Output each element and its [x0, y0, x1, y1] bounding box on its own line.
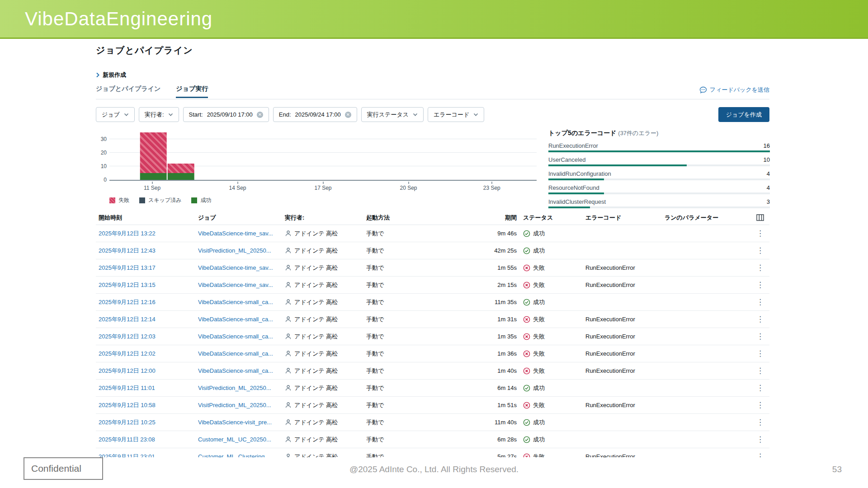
run-start-time-link[interactable]: 2025年9月12日 12:03 [96, 333, 198, 341]
status-fail-icon [523, 350, 530, 357]
person-icon [285, 247, 292, 254]
run-job-link[interactable]: VibeDataScience-time_sav... [198, 230, 285, 237]
run-start-time-link[interactable]: 2025年9月12日 13:15 [96, 281, 198, 289]
run-start-time-link[interactable]: 2025年9月12日 12:00 [96, 367, 198, 375]
run-job-link[interactable]: VibeDataScience-small_ca... [198, 350, 285, 357]
run-job-link[interactable]: VisitPrediction_ML_20250... [198, 247, 285, 254]
kebab-menu-icon[interactable]: ⋮ [756, 315, 764, 323]
top-errors-list: RunExecutionError16UserCanceled10Invalid… [548, 142, 770, 208]
kebab-menu-icon[interactable]: ⋮ [756, 298, 764, 306]
kebab-menu-icon[interactable]: ⋮ [756, 384, 764, 392]
run-status: 成功 [518, 384, 585, 392]
run-start-time-link[interactable]: 2025年9月11日 23:08 [96, 436, 198, 444]
run-start-time-link[interactable]: 2025年9月12日 13:17 [96, 264, 198, 272]
run-error-code: RunExecutionError [585, 333, 665, 340]
run-error-code: RunExecutionError [585, 367, 665, 374]
filter-dropdown-0[interactable]: ジョブ [96, 107, 135, 122]
filter-dropdown-5[interactable]: エラーコード [428, 107, 484, 122]
run-trigger: 手動で [366, 418, 443, 427]
kebab-menu-icon[interactable]: ⋮ [756, 436, 764, 443]
run-job-link[interactable]: VibeDataScience-small_ca... [198, 333, 285, 340]
tab-job-runs[interactable]: ジョブ実行 [176, 85, 208, 98]
bar-segment-fail [140, 132, 167, 173]
error-code-line: UserCanceled10 [548, 156, 770, 163]
run-actor: アドインテ 高松 [285, 264, 366, 272]
kebab-menu-icon[interactable]: ⋮ [756, 333, 764, 340]
filter-start-date[interactable]: Start:2025/09/10 17:00✕ [183, 107, 269, 122]
tab-jobs-pipelines[interactable]: ジョブとパイプライン [96, 85, 160, 98]
run-status: 成功 [518, 418, 585, 427]
run-job-link[interactable]: VisitPrediction_ML_20250... [198, 402, 285, 408]
chart-legend: 失敗スキップ済み成功 [109, 197, 537, 204]
run-actor: アドインテ 高松 [285, 401, 366, 409]
status-success-icon [523, 247, 530, 254]
run-start-time-link[interactable]: 2025年9月12日 12:43 [96, 247, 198, 255]
chart-x-tick [152, 182, 153, 184]
run-job-link[interactable]: Customer_ML_Clustering... [198, 453, 285, 457]
kebab-menu-icon[interactable]: ⋮ [756, 350, 764, 357]
run-start-time-link[interactable]: 2025年9月12日 13:22 [96, 230, 198, 238]
run-status: 成功 [518, 436, 585, 444]
table-row: 2025年9月12日 10:25VibeDataScience-visit_pr… [96, 414, 769, 431]
run-job-link[interactable]: Customer_ML_UC_20250... [198, 436, 285, 443]
filter-label: 実行ステータス [367, 111, 409, 119]
create-job-button[interactable]: ジョブを作成 [718, 107, 769, 122]
chevron-down-icon [124, 113, 129, 116]
clear-filter-icon[interactable]: ✕ [345, 112, 351, 118]
run-start-time-link[interactable]: 2025年9月12日 10:25 [96, 418, 198, 427]
kebab-menu-icon[interactable]: ⋮ [756, 230, 764, 237]
bar-segment-fail [168, 164, 194, 173]
run-status-label: 成功 [533, 436, 545, 444]
kebab-menu-icon[interactable]: ⋮ [756, 247, 764, 254]
status-fail-icon [523, 367, 530, 375]
filter-dropdown-4[interactable]: 実行ステータス [361, 107, 424, 122]
table-row: 2025年9月12日 12:00VibeDataScience-small_ca… [96, 362, 769, 380]
run-start-time-link[interactable]: 2025年9月12日 12:02 [96, 350, 198, 358]
run-job-link[interactable]: VibeDataScience-small_ca... [198, 316, 285, 323]
run-actor-name: アドインテ 高松 [294, 350, 338, 358]
error-code-bar-fill [548, 164, 687, 166]
run-status-label: 成功 [533, 384, 545, 392]
filter-end-date[interactable]: End:2025/09/24 17:00✕ [273, 107, 357, 122]
stacked-bar-12-Sep [168, 164, 194, 180]
kebab-menu-icon[interactable]: ⋮ [756, 418, 764, 426]
person-icon [285, 367, 292, 374]
filter-dropdown-1[interactable]: 実行者: [139, 107, 179, 122]
person-icon [285, 230, 292, 237]
run-job-link[interactable]: VibeDataScience-small_ca... [198, 299, 285, 305]
status-fail-icon [523, 264, 530, 272]
run-job-link[interactable]: VisitPrediction_ML_20250... [198, 385, 285, 391]
run-duration: 1m 35s [443, 333, 518, 340]
columns-select-button[interactable] [756, 214, 764, 221]
run-menu-cell: ⋮ [748, 384, 769, 392]
run-actor: アドインテ 高松 [285, 298, 366, 306]
error-code-label: RunExecutionError [548, 142, 598, 149]
create-new-toggle[interactable]: 新規作成 [96, 71, 126, 79]
column-header-4: 期間 [443, 214, 518, 222]
kebab-menu-icon[interactable]: ⋮ [756, 453, 764, 457]
run-status-label: 失敗 [533, 264, 545, 272]
kebab-menu-icon[interactable]: ⋮ [756, 264, 764, 272]
error-code-bar-fill [548, 150, 770, 152]
chart-gridline [109, 139, 537, 139]
run-actor-name: アドインテ 高松 [294, 230, 338, 238]
run-start-time-link[interactable]: 2025年9月12日 12:16 [96, 298, 198, 306]
clear-filter-icon[interactable]: ✕ [257, 112, 263, 118]
table-row: 2025年9月12日 13:15VibeDataScience-time_sav… [96, 277, 769, 294]
run-job-link[interactable]: VibeDataScience-visit_pre... [198, 419, 285, 426]
run-start-time-link[interactable]: 2025年9月11日 23:01 [96, 453, 198, 458]
run-job-link[interactable]: VibeDataScience-time_sav... [198, 282, 285, 288]
run-trigger: 手動で [366, 298, 443, 306]
run-start-time-link[interactable]: 2025年9月12日 11:01 [96, 384, 198, 392]
run-start-time-link[interactable]: 2025年9月12日 10:58 [96, 401, 198, 409]
person-icon [285, 264, 292, 271]
send-feedback-link[interactable]: フィードバックを送信 [699, 85, 769, 94]
kebab-menu-icon[interactable]: ⋮ [756, 401, 764, 409]
run-job-link[interactable]: VibeDataScience-small_ca... [198, 367, 285, 374]
kebab-menu-icon[interactable]: ⋮ [756, 367, 764, 375]
kebab-menu-icon[interactable]: ⋮ [756, 281, 764, 289]
run-start-time-link[interactable]: 2025年9月12日 12:14 [96, 315, 198, 324]
run-job-link[interactable]: VibeDataScience-time_sav... [198, 264, 285, 271]
error-code-row: RunExecutionError16 [548, 142, 770, 152]
run-actor: アドインテ 高松 [285, 436, 366, 444]
